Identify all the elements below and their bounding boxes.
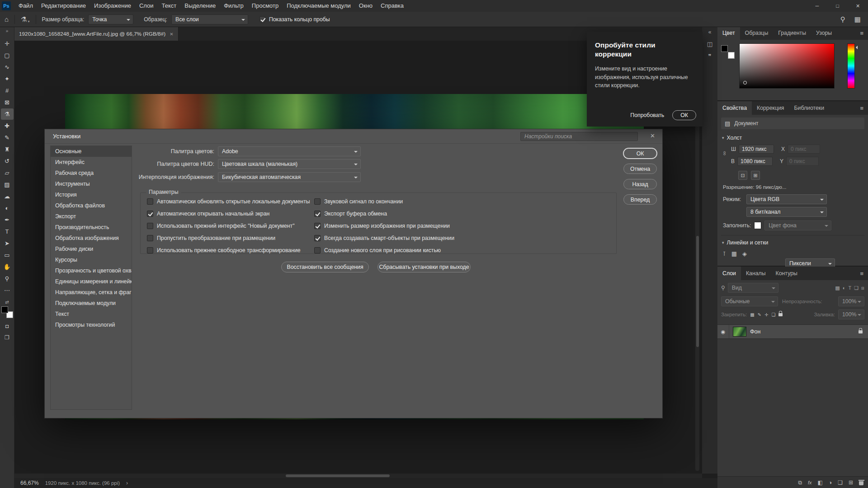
quick-selection-tool[interactable]: ✦ (1, 73, 14, 84)
panel-tab[interactable]: Коррекция (752, 101, 789, 115)
dialog-close-icon[interactable]: ✕ (650, 132, 655, 139)
try-button[interactable]: Попробовать (630, 112, 664, 118)
filter-smart-objects-icon[interactable]: ⧈ (861, 285, 864, 291)
menu-item[interactable]: Изображение (90, 0, 135, 12)
frame-tool[interactable]: ⊠ (1, 97, 14, 108)
move-tool[interactable]: ✛ (1, 38, 14, 49)
zoom-level[interactable]: 66,67% (20, 480, 39, 486)
panel-tab[interactable]: Градиенты (773, 26, 811, 40)
filter-pixel-layers-icon[interactable]: ▩ (835, 285, 840, 291)
rectangle-tool[interactable]: ▭ (1, 249, 14, 261)
search-icon[interactable]: ⚲ (840, 15, 845, 23)
menu-item[interactable]: Просмотр (248, 0, 283, 12)
new-layer-icon[interactable]: ⊞ (849, 479, 853, 486)
preference-option[interactable]: Экспорт буфера обмена (314, 210, 454, 217)
hud-color-picker-dropdown[interactable]: Цветовая шкала (маленькая) (218, 159, 361, 169)
dialog-action-button[interactable]: Назад (623, 179, 657, 189)
canvas-height-field[interactable]: 1080 пикс (737, 157, 773, 166)
color-picker-dropdown[interactable]: Adobe (218, 146, 361, 156)
eraser-tool[interactable]: ▱ (1, 167, 14, 178)
workspace-switcher-icon[interactable]: ▦ (854, 15, 861, 23)
blend-mode-dropdown[interactable]: Обычные (721, 296, 778, 306)
panel-tab[interactable]: Цвет (717, 26, 740, 40)
preferences-sidebar-item[interactable]: Просмотры технологий (51, 319, 132, 330)
fill-dropdown[interactable]: Цвет фона (764, 221, 831, 230)
close-button[interactable]: ✕ (848, 0, 868, 12)
show-sampling-ring-option[interactable]: Показать кольцо пробы (259, 16, 330, 23)
filter-shape-layers-icon[interactable]: ❏ (854, 285, 859, 291)
panel-tab[interactable]: Контуры (771, 267, 802, 280)
preference-option[interactable]: Звуковой сигнал по окончании (314, 198, 454, 205)
expand-tools-icon[interactable]: » (6, 28, 9, 36)
menu-item[interactable]: Слои (135, 0, 158, 12)
rulers-grids-section-header[interactable]: ▾ Линейки и сетки (722, 239, 768, 246)
menu-item[interactable]: Окно (355, 0, 377, 12)
document-tab[interactable]: 1920x1080_1658248_[www.ArtFile.ru].jpg @… (14, 27, 179, 41)
ruler-icon[interactable]: ⊺ (723, 250, 726, 257)
preferences-sidebar-item[interactable]: Обработка файлов (51, 200, 132, 211)
comments-panel-icon[interactable]: ❞ (708, 53, 712, 60)
preferences-sidebar-item[interactable]: Подключаемые модули (51, 298, 132, 309)
preferences-sidebar-item[interactable]: Рабочая среда (51, 168, 132, 178)
minimize-button[interactable]: ─ (807, 0, 827, 12)
canvas-width-field[interactable]: 1920 пикс (739, 145, 774, 154)
hue-slider-marker[interactable] (854, 46, 858, 49)
filter-search-icon[interactable]: ⚲ (721, 285, 725, 291)
status-chevron-icon[interactable]: › (126, 480, 128, 486)
panel-tab[interactable]: Библиотеки (789, 101, 829, 115)
saturation-brightness-field[interactable] (739, 43, 835, 89)
link-layers-icon[interactable]: ⧉ (798, 479, 802, 486)
color-mode-dropdown[interactable]: Цвета RGB (746, 194, 827, 204)
interpolation-dropdown[interactable]: Бикубическая автоматическая (218, 172, 361, 182)
layer-lock-icon[interactable] (859, 330, 863, 333)
checkbox[interactable] (147, 235, 153, 241)
panel-menu-icon[interactable]: ≡ (860, 267, 868, 280)
preference-option[interactable]: Автоматически обновлять открытые локальн… (147, 198, 310, 205)
dodge-tool[interactable]: ◐ (1, 202, 14, 214)
new-adjustment-layer-icon[interactable]: ◑ (829, 479, 832, 486)
layer-visibility-eye-icon[interactable]: ◉ (717, 325, 729, 338)
menu-item[interactable]: Выделение (180, 0, 220, 12)
dialog-action-button[interactable]: Отмена (623, 164, 657, 174)
lock-all-icon[interactable] (778, 313, 783, 316)
checkbox[interactable] (314, 211, 321, 217)
foreground-background-swatches[interactable] (721, 45, 735, 59)
canvas-x-field[interactable]: 0 пикс (788, 145, 820, 154)
eyedropper-tool[interactable]: ⚗ (1, 108, 14, 120)
path-selection-tool[interactable]: ➤ (1, 238, 14, 249)
opacity-dropdown[interactable]: 100% (838, 296, 864, 306)
history-brush-tool[interactable]: ↺ (1, 155, 14, 167)
preference-option[interactable]: Всегда создавать смарт-объекты при разме… (314, 235, 454, 242)
menu-item[interactable]: Редактирование (37, 0, 90, 12)
panel-tab[interactable]: Каналы (741, 267, 771, 280)
color-cursor[interactable] (743, 81, 747, 84)
lock-paint-icon[interactable]: ✎ (758, 312, 761, 317)
gradient-tool[interactable]: ▨ (1, 179, 14, 190)
panel-tab[interactable]: Свойства (717, 101, 752, 115)
brush-tool[interactable]: ✎ (1, 132, 14, 143)
preferences-sidebar-item[interactable]: Производительность (51, 222, 132, 233)
dialog-title-bar[interactable]: Установки ✕ (45, 129, 662, 144)
lock-artboard-icon[interactable]: ❏ (771, 312, 775, 317)
image-size-button[interactable]: ⊞ (751, 171, 760, 180)
preferences-sidebar-item[interactable]: Прозрачность и цветовой охват (51, 265, 132, 276)
panel-menu-icon[interactable]: ≡ (860, 101, 868, 115)
checkbox[interactable] (314, 235, 321, 241)
lasso-tool[interactable]: ∿ (1, 61, 14, 73)
preference-option[interactable]: Изменить размер изображения при размещен… (314, 222, 454, 230)
layer-effects-icon[interactable]: fx (808, 480, 812, 485)
preferences-sidebar-item[interactable]: История (51, 189, 132, 200)
maximize-button[interactable]: □ (827, 0, 848, 12)
menu-item[interactable]: Справка (377, 0, 408, 12)
preference-option[interactable]: Использовать прежний интерфейс "Новый до… (147, 222, 310, 230)
checkbox[interactable] (259, 16, 265, 22)
preference-option[interactable]: Пропустить преобразование при размещении (147, 235, 310, 242)
preference-option[interactable]: Автоматически открывать начальный экран (147, 210, 310, 217)
clone-stamp-tool[interactable]: ♜ (1, 144, 14, 155)
hand-tool[interactable]: ✋ (1, 261, 14, 272)
zoom-tool[interactable]: ⚲ (1, 273, 14, 284)
menu-item[interactable]: Текст (158, 0, 181, 12)
layer-thumbnail[interactable] (733, 327, 746, 337)
checkbox[interactable] (314, 198, 321, 205)
preferences-search-input[interactable] (520, 132, 638, 141)
